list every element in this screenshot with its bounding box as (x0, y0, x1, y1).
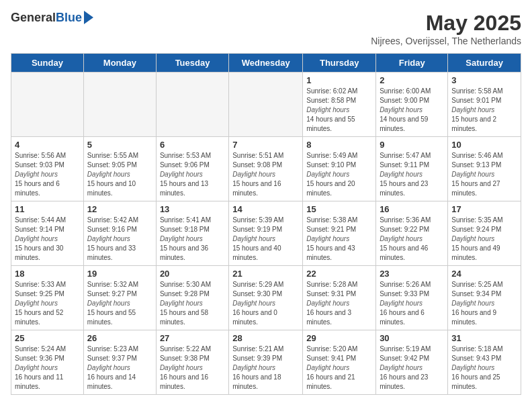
calendar-cell: 31Sunrise: 5:18 AMSunset: 9:43 PMDayligh… (448, 330, 521, 395)
daylight-label: Daylight hours (160, 364, 203, 371)
daylight-label: Daylight hours (380, 106, 423, 113)
day-number: 2 (380, 75, 444, 85)
day-info: Sunrise: 5:36 AMSunset: 9:22 PMDaylight … (380, 216, 444, 263)
day-number: 30 (380, 333, 444, 343)
calendar-cell: 25Sunrise: 5:24 AMSunset: 9:36 PMDayligh… (11, 330, 84, 395)
daylight-label: Daylight hours (451, 300, 494, 307)
daylight-label: Daylight hours (160, 235, 203, 242)
day-info: Sunrise: 5:29 AMSunset: 9:30 PMDaylight … (232, 280, 299, 327)
day-number: 6 (160, 140, 225, 150)
column-header-saturday: Saturday (448, 54, 521, 73)
week-row-0: 1Sunrise: 6:02 AMSunset: 8:58 PMDaylight… (11, 73, 521, 137)
daylight-label: Daylight hours (380, 364, 423, 371)
location-text: Nijrees, Overijssel, The Netherlands (371, 36, 521, 46)
day-number: 21 (232, 269, 299, 279)
daylight-label: Daylight hours (232, 171, 275, 178)
day-info: Sunrise: 6:02 AMSunset: 8:58 PMDaylight … (306, 87, 372, 134)
day-info: Sunrise: 5:58 AMSunset: 9:01 PMDaylight … (451, 87, 517, 134)
day-info: Sunrise: 5:39 AMSunset: 9:19 PMDaylight … (232, 216, 299, 263)
day-number: 25 (15, 333, 80, 343)
daylight-label: Daylight hours (87, 171, 130, 178)
week-row-3: 18Sunrise: 5:33 AMSunset: 9:25 PMDayligh… (11, 266, 521, 330)
day-number: 28 (232, 333, 299, 343)
daylight-label: Daylight hours (306, 171, 349, 178)
calendar-cell: 12Sunrise: 5:42 AMSunset: 9:16 PMDayligh… (83, 201, 156, 266)
calendar-cell: 15Sunrise: 5:38 AMSunset: 9:21 PMDayligh… (303, 201, 376, 266)
day-number: 20 (160, 269, 225, 279)
daylight-label: Daylight hours (451, 364, 494, 371)
calendar-cell: 22Sunrise: 5:28 AMSunset: 9:31 PMDayligh… (303, 266, 376, 330)
calendar-cell (229, 73, 303, 137)
calendar-cell: 28Sunrise: 5:21 AMSunset: 9:39 PMDayligh… (229, 330, 303, 395)
page-header: General Blue May 2025 Nijrees, Overijsse… (11, 11, 521, 46)
daylight-label: Daylight hours (306, 300, 349, 307)
daylight-label: Daylight hours (232, 364, 275, 371)
daylight-label: Daylight hours (87, 300, 130, 307)
day-info: Sunrise: 5:19 AMSunset: 9:42 PMDaylight … (380, 345, 444, 392)
day-number: 27 (160, 333, 225, 343)
day-info: Sunrise: 5:33 AMSunset: 9:25 PMDaylight … (15, 280, 80, 327)
calendar-cell: 3Sunrise: 5:58 AMSunset: 9:01 PMDaylight… (448, 73, 521, 137)
calendar-cell: 7Sunrise: 5:51 AMSunset: 9:08 PMDaylight… (229, 137, 303, 201)
day-number: 1 (306, 75, 372, 85)
daylight-label: Daylight hours (87, 235, 130, 242)
day-info: Sunrise: 5:38 AMSunset: 9:21 PMDaylight … (306, 216, 372, 263)
day-info: Sunrise: 5:46 AMSunset: 9:13 PMDaylight … (451, 151, 517, 198)
daylight-label: Daylight hours (160, 171, 203, 178)
day-info: Sunrise: 5:22 AMSunset: 9:38 PMDaylight … (160, 345, 225, 392)
day-info: Sunrise: 5:32 AMSunset: 9:27 PMDaylight … (87, 280, 152, 327)
calendar-cell: 9Sunrise: 5:47 AMSunset: 9:11 PMDaylight… (376, 137, 448, 201)
calendar-cell (156, 73, 228, 137)
day-info: Sunrise: 5:47 AMSunset: 9:11 PMDaylight … (380, 151, 444, 198)
day-number: 14 (232, 204, 299, 214)
day-info: Sunrise: 5:30 AMSunset: 9:28 PMDaylight … (160, 280, 225, 327)
day-info: Sunrise: 5:41 AMSunset: 9:18 PMDaylight … (160, 216, 225, 263)
day-number: 10 (451, 140, 517, 150)
day-info: Sunrise: 5:44 AMSunset: 9:14 PMDaylight … (15, 216, 80, 263)
day-info: Sunrise: 5:23 AMSunset: 9:37 PMDaylight … (87, 345, 152, 392)
day-number: 4 (15, 140, 80, 150)
calendar-cell (83, 73, 156, 137)
column-header-thursday: Thursday (303, 54, 376, 73)
calendar-cell: 11Sunrise: 5:44 AMSunset: 9:14 PMDayligh… (11, 201, 84, 266)
month-title: May 2025 (371, 11, 521, 36)
day-info: Sunrise: 5:20 AMSunset: 9:41 PMDaylight … (306, 345, 372, 392)
calendar-body: 1Sunrise: 6:02 AMSunset: 8:58 PMDaylight… (11, 73, 521, 395)
calendar-cell: 24Sunrise: 5:25 AMSunset: 9:34 PMDayligh… (448, 266, 521, 330)
calendar-header-row: SundayMondayTuesdayWednesdayThursdayFrid… (11, 54, 521, 73)
calendar-cell: 21Sunrise: 5:29 AMSunset: 9:30 PMDayligh… (229, 266, 303, 330)
day-number: 5 (87, 140, 152, 150)
logo-general-text: General (11, 11, 56, 25)
calendar-cell: 2Sunrise: 6:00 AMSunset: 9:00 PMDaylight… (376, 73, 448, 137)
daylight-label: Daylight hours (306, 364, 349, 371)
day-number: 15 (306, 204, 372, 214)
day-number: 19 (87, 269, 152, 279)
day-number: 23 (380, 269, 444, 279)
column-header-monday: Monday (83, 54, 156, 73)
day-info: Sunrise: 5:55 AMSunset: 9:05 PMDaylight … (87, 151, 152, 198)
column-header-sunday: Sunday (11, 54, 84, 73)
day-number: 12 (87, 204, 152, 214)
day-info: Sunrise: 5:56 AMSunset: 9:03 PMDaylight … (15, 151, 80, 198)
calendar-cell: 23Sunrise: 5:26 AMSunset: 9:33 PMDayligh… (376, 266, 448, 330)
day-number: 22 (306, 269, 372, 279)
day-info: Sunrise: 5:53 AMSunset: 9:06 PMDaylight … (160, 151, 225, 198)
day-info: Sunrise: 5:25 AMSunset: 9:34 PMDaylight … (451, 280, 517, 327)
calendar-cell: 8Sunrise: 5:49 AMSunset: 9:10 PMDaylight… (303, 137, 376, 201)
daylight-label: Daylight hours (306, 106, 349, 113)
column-header-wednesday: Wednesday (229, 54, 303, 73)
daylight-label: Daylight hours (232, 235, 275, 242)
logo-arrow-icon (84, 11, 93, 24)
calendar-cell: 4Sunrise: 5:56 AMSunset: 9:03 PMDaylight… (11, 137, 84, 201)
column-header-tuesday: Tuesday (156, 54, 228, 73)
daylight-label: Daylight hours (15, 171, 58, 178)
logo: General Blue (11, 11, 93, 25)
day-number: 17 (451, 204, 517, 214)
day-number: 13 (160, 204, 225, 214)
daylight-label: Daylight hours (451, 106, 494, 113)
day-number: 11 (15, 204, 80, 214)
column-header-friday: Friday (376, 54, 448, 73)
day-info: Sunrise: 6:00 AMSunset: 9:00 PMDaylight … (380, 87, 444, 134)
calendar-cell: 18Sunrise: 5:33 AMSunset: 9:25 PMDayligh… (11, 266, 84, 330)
calendar-cell: 6Sunrise: 5:53 AMSunset: 9:06 PMDaylight… (156, 137, 228, 201)
